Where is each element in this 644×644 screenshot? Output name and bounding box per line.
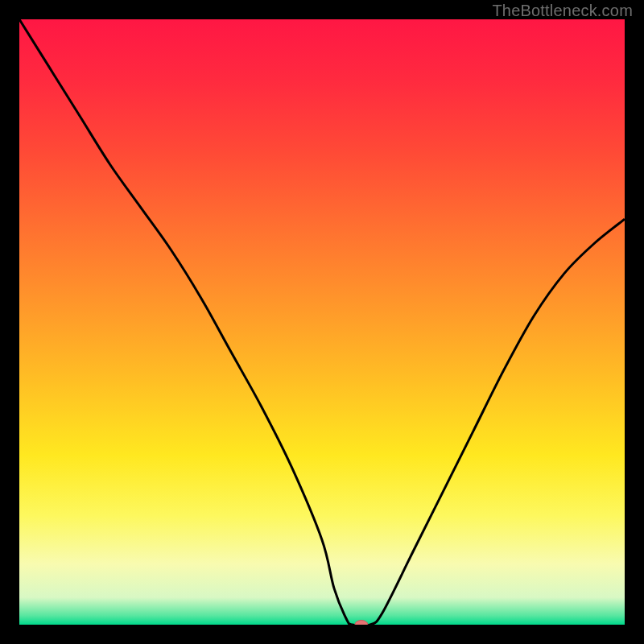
chart-frame: TheBottleneck.com — [0, 0, 644, 644]
watermark-text: TheBottleneck.com — [492, 2, 633, 20]
gradient-background — [19, 19, 625, 625]
bottleneck-chart — [19, 19, 625, 625]
plot-area — [19, 19, 625, 625]
